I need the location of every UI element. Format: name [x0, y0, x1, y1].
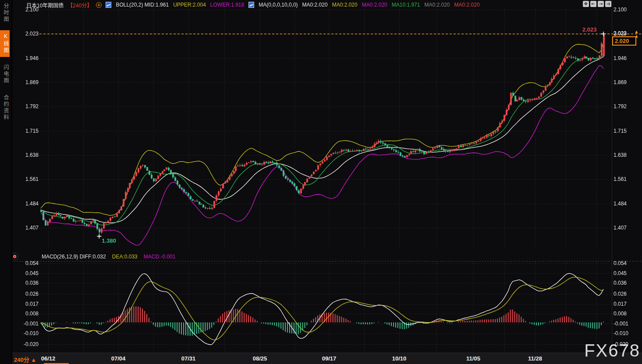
- price-axis-label-left: 1.792: [13, 103, 39, 110]
- indicator-icon: [106, 2, 111, 8]
- legend-segment-10: MA0:2.020: [454, 2, 480, 8]
- price-axis-label-right: 1.946: [614, 55, 627, 61]
- legend-segment-3: LOWER:1.918: [210, 2, 244, 8]
- macd-header-segment-2: DEA:0.033: [112, 254, 138, 260]
- macd-axis-label-left: -0.020: [13, 341, 39, 347]
- date-label-11-28: 11/28: [528, 355, 542, 362]
- price-axis-label-right: 1.792: [614, 103, 627, 110]
- scroll-right-icon[interactable]: ⇥: [598, 1, 604, 7]
- date-label-07-04: 07/04: [111, 355, 126, 362]
- low-annotation: 1.380: [102, 237, 116, 244]
- legend-segment-5: MA0:2.020: [302, 2, 328, 8]
- legend-segment-9: MA0:2.020: [424, 2, 450, 8]
- macd-axis-label-right: -0.010: [614, 330, 628, 336]
- sidebar-item-4[interactable]: 合约资料: [0, 92, 10, 124]
- price-axis-label-left: 2.023: [13, 31, 39, 37]
- legend-segment-1: BOLL(20,2) MID:1.961: [116, 2, 169, 8]
- price-axis-label-left: 1.715: [13, 128, 39, 134]
- macd-axis-label-left: -0.010: [13, 330, 39, 336]
- macd-axis-label-right: 0.026: [614, 291, 627, 297]
- macd-axis-label-left: 0.054: [13, 260, 39, 266]
- legend-segment-7: MA0:2.020: [362, 2, 387, 8]
- macd-axis-label-right: 0.054: [614, 260, 627, 266]
- sidebar-item-3[interactable]: 闪电图: [0, 61, 10, 87]
- macd-axis-label-right: 0.017: [614, 301, 627, 307]
- macd-axis-label-left: 0.008: [13, 311, 39, 317]
- price-axis-label-right: 2.100: [614, 7, 627, 13]
- move-chart-icon[interactable]: ✥: [583, 1, 589, 7]
- price-axis-label-right: 1.561: [614, 176, 627, 182]
- high-annotation: 2.023: [582, 26, 597, 33]
- legend-segment-2: UPPER:2.004: [173, 2, 206, 8]
- chart-canvas[interactable]: [0, 0, 642, 364]
- macd-axis-label-right: 0.045: [614, 270, 627, 276]
- sidebar-item-1[interactable]: 分时图: [0, 0, 10, 26]
- last-price-tag: 2.020: [612, 36, 636, 46]
- macd-axis-label-right: 0.008: [614, 311, 627, 317]
- indicator-legend: BOLL(20,2) MID:1.961UPPER:2.004LOWER:1.9…: [106, 2, 479, 8]
- interval-selector[interactable]: 240分 ▲: [14, 355, 36, 364]
- date-label-08-25: 08/25: [253, 355, 267, 362]
- price-axis-label-left: 1.946: [13, 55, 39, 61]
- date-label-10-10: 10/10: [392, 355, 407, 362]
- date-label-09-17: 09/17: [322, 355, 337, 362]
- time-axis-bar: 240分 ▲ 06/1207/0407/3108/2509/1710/1011/…: [11, 353, 642, 364]
- price-axis-label-left: 1.407: [13, 225, 39, 231]
- macd-axis-label-left: 0.017: [13, 301, 39, 307]
- date-label-07-31: 07/31: [181, 355, 196, 362]
- price-axis-label-right: 1.638: [614, 152, 627, 158]
- price-axis-label-left: 1.484: [13, 201, 39, 207]
- date-label-06-12: 06/12: [41, 355, 56, 362]
- interval-tag: 【240分】: [67, 1, 92, 9]
- legend-segment-4: MA(0,0,0,10,0,0): [259, 2, 298, 8]
- price-axis-label-left: 1.561: [13, 176, 39, 182]
- add-compare-icon[interactable]: [96, 2, 102, 8]
- sidebar: 分时图K线图闪电图合约资料: [0, 0, 12, 364]
- macd-axis-label-left: 0.045: [13, 270, 39, 276]
- macd-axis-label-left: 0.036: [13, 280, 39, 286]
- chart-header: 日本10年期国债 【240分】 BOLL(20,2) MID:1.961UPPE…: [26, 1, 480, 9]
- go-to-latest-icon[interactable]: ⇉: [605, 1, 611, 7]
- price-axis-label-right: 1.869: [614, 79, 627, 85]
- price-axis-label-right: 1.715: [614, 128, 627, 134]
- macd-axis-label-left: 0.026: [13, 291, 39, 297]
- macd-header-segment-1: MACD(26,12,9) DIFF:0.032: [42, 254, 106, 260]
- price-axis-label-left: 1.638: [13, 152, 39, 158]
- macd-axis-label-right: -0.001: [614, 321, 628, 327]
- price-axis-label-right: 1.484: [614, 201, 627, 207]
- sidebar-item-2[interactable]: K线图: [0, 30, 10, 57]
- macd-axis-label-left: -0.001: [13, 321, 39, 327]
- legend-segment-6: MA0:2.020: [332, 2, 358, 8]
- macd-header: MACD(26,12,9) DIFF:0.032DEA:0.033MACD:-0…: [42, 254, 175, 260]
- watermark: FX678: [584, 341, 640, 360]
- macd-axis-label-right: 0.036: [614, 280, 627, 286]
- axis-high-label: 2.023: [614, 30, 627, 36]
- date-label-11-05: 11/05: [466, 355, 480, 362]
- price-axis-label-left: 2.100: [13, 7, 39, 13]
- legend-segment-8: MA10:1.971: [392, 2, 420, 8]
- scroll-left-icon[interactable]: ⇤: [590, 1, 596, 7]
- price-axis-label-left: 1.869: [13, 79, 39, 85]
- indicator-icon: [248, 2, 254, 8]
- macd-header-segment-3: MACD:-0.001: [144, 254, 176, 260]
- chart-toolbar: ✥⇤⇥⇉: [583, 1, 611, 7]
- price-axis-label-right: 1.407: [614, 225, 627, 231]
